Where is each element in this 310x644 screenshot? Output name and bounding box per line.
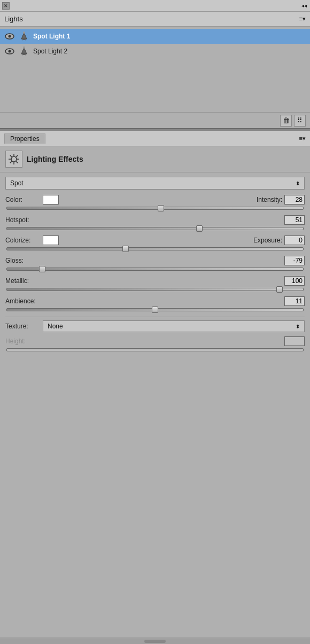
properties-menu-button[interactable]: ≡▾ <box>299 135 306 142</box>
extra-button[interactable]: ⠿ <box>294 115 306 127</box>
height-label: Height: <box>5 337 43 345</box>
colorize-slider-row <box>5 247 305 250</box>
svg-point-4 <box>9 50 11 53</box>
lights-title: Lights <box>4 15 23 23</box>
svg-point-1 <box>9 35 11 38</box>
light-type-dropdown[interactable]: Spot ⬍ <box>5 177 305 190</box>
exposure-label: Exposure: <box>253 237 282 244</box>
texture-value: None <box>48 323 63 330</box>
hotspot-slider-row <box>5 227 305 230</box>
delete-light-button[interactable]: 🗑 <box>280 115 292 127</box>
light-name-2: Spot Light 2 <box>33 48 67 55</box>
intensity-label: Intensity: <box>257 196 282 203</box>
svg-point-5 <box>23 46 25 49</box>
section-divider <box>5 317 305 317</box>
gloss-slider-row <box>5 268 305 271</box>
properties-tab[interactable]: Properties <box>4 133 45 144</box>
metallic-row: Metallic: <box>5 276 305 286</box>
metallic-slider-track[interactable] <box>6 288 304 291</box>
texture-dropdown[interactable]: None ⬍ <box>43 320 305 332</box>
gloss-slider-track[interactable] <box>6 268 304 271</box>
lighting-effects-header: Lighting Effects <box>0 146 310 172</box>
trash-icon: 🗑 <box>283 116 290 124</box>
height-input <box>284 336 305 346</box>
lights-list: Spot Light 1 Spot Light 2 <box>0 27 310 112</box>
colorize-slider-thumb[interactable] <box>122 246 129 252</box>
colorize-slider-track[interactable] <box>6 247 304 250</box>
ambience-slider-row <box>5 308 305 311</box>
height-row: Height: <box>5 336 305 346</box>
gloss-label: Gloss: <box>5 257 43 264</box>
metallic-slider-thumb[interactable] <box>276 286 283 293</box>
spot-light-icon-2 <box>18 46 30 56</box>
svg-line-12 <box>16 161 18 163</box>
expand-icon: ◂◂ <box>301 3 307 9</box>
texture-row: Texture: None ⬍ <box>5 320 305 332</box>
visibility-icon-1[interactable] <box>4 33 15 40</box>
hotspot-slider-track[interactable] <box>6 227 304 230</box>
svg-line-11 <box>10 155 12 157</box>
light-name-1: Spot Light 1 <box>33 33 70 40</box>
intensity-slider-thumb[interactable] <box>158 205 164 211</box>
hotspot-row: Hotspot: <box>5 215 305 225</box>
colorize-label: Colorize: <box>5 237 43 244</box>
gloss-slider-thumb[interactable] <box>39 266 45 272</box>
grid-icon: ⠿ <box>297 116 303 124</box>
lighting-effects-icon <box>5 151 22 168</box>
gloss-input[interactable] <box>284 256 305 265</box>
lights-panel: Lights ≡▾ Spot Light 1 <box>0 12 310 128</box>
intensity-slider-track[interactable] <box>6 207 304 210</box>
hotspot-label: Hotspot: <box>5 216 43 224</box>
close-button[interactable]: ✕ <box>2 2 10 10</box>
close-icon: ✕ <box>4 3 8 9</box>
svg-point-6 <box>11 156 17 162</box>
colorize-exposure-row: Colorize: Exposure: <box>5 235 305 245</box>
metallic-label: Metallic: <box>5 277 43 285</box>
intensity-slider-row <box>5 207 305 210</box>
bottom-scrollbar[interactable] <box>0 638 310 644</box>
gloss-row: Gloss: <box>5 256 305 265</box>
colorize-swatch[interactable] <box>43 235 59 245</box>
light-type-row: Spot ⬍ <box>5 177 305 190</box>
properties-header: Properties ≡▾ <box>0 131 310 146</box>
title-bar: ✕ ◂◂ <box>0 0 310 12</box>
exposure-input[interactable] <box>284 235 305 245</box>
ambience-slider-thumb[interactable] <box>152 307 158 313</box>
metallic-input[interactable] <box>284 276 305 286</box>
ambience-row: Ambience: <box>5 296 305 306</box>
lights-footer: 🗑 ⠿ <box>0 112 310 128</box>
ambience-label: Ambience: <box>5 297 43 305</box>
svg-line-13 <box>10 161 12 163</box>
texture-arrow: ⬍ <box>296 324 300 329</box>
texture-label: Texture: <box>5 323 43 330</box>
intensity-input[interactable] <box>284 195 305 205</box>
spot-light-icon-1 <box>18 32 30 41</box>
color-label: Color: <box>5 196 43 203</box>
height-slider-row <box>5 348 305 351</box>
light-item-2[interactable]: Spot Light 2 <box>0 44 310 59</box>
expand-button[interactable]: ◂◂ <box>300 2 308 10</box>
svg-point-2 <box>23 32 25 34</box>
lights-menu-button[interactable]: ≡▾ <box>299 15 306 22</box>
hotspot-input[interactable] <box>284 215 305 225</box>
svg-line-14 <box>16 155 18 157</box>
light-type-value: Spot <box>10 179 24 187</box>
scrollbar-thumb[interactable] <box>144 640 166 643</box>
height-slider-track <box>6 348 304 351</box>
metallic-slider-row <box>5 288 305 291</box>
visibility-icon-2[interactable] <box>4 48 15 54</box>
lights-header: Lights ≡▾ <box>0 12 310 27</box>
light-item-1[interactable]: Spot Light 1 <box>0 29 310 44</box>
controls-area: Spot ⬍ Color: Intensity: Hotspot: <box>0 172 310 361</box>
ambience-input[interactable] <box>284 296 305 306</box>
color-swatch[interactable] <box>43 195 59 205</box>
light-type-arrow: ⬍ <box>296 180 300 186</box>
ambience-slider-track[interactable] <box>6 308 304 311</box>
color-intensity-row: Color: Intensity: <box>5 195 305 205</box>
hotspot-slider-thumb[interactable] <box>196 225 203 232</box>
lighting-effects-title: Lighting Effects <box>27 155 83 163</box>
properties-panel: Properties ≡▾ Lighting Effects Spot <box>0 131 310 361</box>
